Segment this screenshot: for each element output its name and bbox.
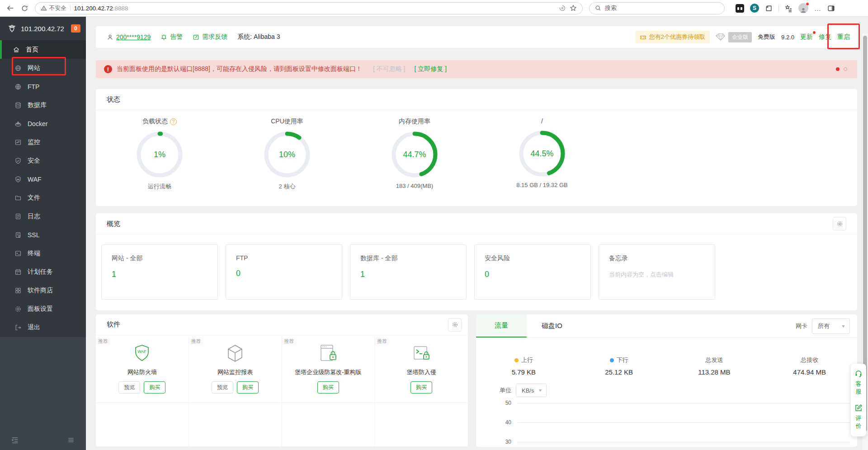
coupon-banner[interactable]: 您有2个优惠券待领取 — [635, 31, 710, 43]
alarm-link[interactable]: 告警 — [160, 33, 183, 41]
nic-select[interactable]: 所有 ▼ — [812, 319, 850, 334]
software-item-waf[interactable]: 推荐 WAF 网站防火墙 预览 购买 — [96, 335, 189, 403]
sidebar-item-files[interactable]: 文件 — [0, 188, 86, 207]
user-account-link[interactable]: 200****9129 — [107, 33, 151, 41]
extension-teal-icon[interactable]: S — [750, 4, 759, 13]
banner-dot-inactive[interactable] — [844, 67, 847, 71]
buy-button[interactable]: 购买 — [410, 381, 432, 394]
traffic-section: 流量 磁盘IO 网卡 所有 ▼ 上行 5.79 KB — [476, 314, 857, 447]
overview-card-website[interactable]: 网站 - 全部 1 — [101, 244, 218, 300]
sidebar-item-label: 退出 — [28, 323, 40, 332]
split-screen-icon[interactable] — [827, 5, 835, 12]
restart-button[interactable]: 重启 — [837, 33, 850, 41]
home-icon — [13, 46, 20, 53]
favorites-bar-icon[interactable] — [785, 5, 793, 12]
software-empty-cell — [96, 403, 189, 447]
overview-card-database[interactable]: 数据库 - 全部 1 — [350, 244, 467, 300]
feedback-link[interactable]: 需求反馈 — [193, 33, 227, 41]
stat-total-received: 总接收 474.94 MB — [762, 356, 857, 376]
tab-traffic[interactable]: 流量 — [476, 314, 527, 338]
sidebar-item-label: 数据库 — [28, 101, 47, 109]
calendar-icon — [14, 268, 22, 276]
sidebar-item-docker[interactable]: Docker — [0, 114, 86, 133]
y-tick: 40 — [492, 419, 511, 426]
sidebar-item-home[interactable]: 首页 — [0, 40, 86, 59]
customer-service-button[interactable]: 客服 — [854, 370, 863, 396]
sidebar-item-terminal[interactable]: 终端 — [0, 244, 86, 262]
sidebar-item-label: 首页 — [26, 46, 38, 54]
software-item-tamper-proof[interactable]: 推荐 堡塔企业级防篡改-重构版 购买 — [282, 335, 375, 403]
collapse-sidebar-icon[interactable] — [11, 436, 19, 444]
overview-card-ftp[interactable]: FTP 0 — [226, 244, 342, 300]
not-secure-chip[interactable]: 不安全 — [41, 5, 66, 12]
preview-button[interactable]: 预览 — [118, 381, 140, 394]
gauge-subtext: 2 核心 — [223, 183, 351, 191]
sidebar-item-label: 日志 — [28, 212, 40, 220]
monitor-chart-icon — [14, 139, 22, 146]
reload-icon[interactable] — [21, 5, 28, 12]
port-warning-banner: ! 当前面板使用的是默认端口[8888]，可能存在入侵风险，请到面板设置中修改面… — [96, 60, 857, 78]
sidebar-item-label: 计划任务 — [28, 268, 53, 276]
banner-dot-active[interactable] — [836, 67, 840, 71]
sidebar-item-security[interactable]: 安全 — [0, 151, 86, 170]
gauge-subtext: 运行流畅 — [96, 183, 223, 191]
gauge-value: 1% — [135, 130, 184, 179]
browser-menu-icon[interactable]: … — [814, 5, 821, 12]
free-edition-label: 免费版 — [758, 33, 775, 41]
sidebar-item-panel-settings[interactable]: 面板设置 — [0, 300, 86, 318]
overview-card-memo[interactable]: 备忘录 当前内容为空，点击编辑 — [599, 244, 715, 300]
gauge-subtext: 8.15 GB / 19.32 GB — [478, 182, 606, 188]
sidebar-header[interactable]: 101.200.42.72 0 — [0, 17, 86, 40]
sidebar-item-label: Docker — [28, 120, 47, 127]
search-icon — [595, 5, 601, 11]
sidebar-item-logs[interactable]: 日志 — [0, 207, 86, 225]
overview-settings-button[interactable] — [833, 217, 846, 230]
profile-avatar[interactable] — [798, 3, 808, 13]
menu-list-icon[interactable] — [67, 436, 75, 444]
gauge-value: 10% — [262, 130, 312, 179]
update-button[interactable]: 更新 — [800, 33, 813, 41]
favorite-star-icon[interactable] — [570, 5, 577, 12]
cube-icon — [189, 342, 282, 364]
sidebar-item-website[interactable]: 网站 — [0, 59, 86, 77]
sidebar-item-cron[interactable]: 计划任务 — [0, 262, 86, 281]
software-empty-cell — [375, 403, 468, 447]
software-section: 软件 推荐 WAF 网站防火墙 预览 购买 — [96, 314, 468, 447]
gauge-cpu[interactable]: CPU使用率 10% 2 核心 — [223, 117, 351, 191]
swirl-icon[interactable] — [559, 5, 566, 12]
sidebar-item-ftp[interactable]: FTP — [0, 77, 86, 96]
buy-button[interactable]: 购买 — [144, 381, 165, 394]
gauge-memory[interactable]: 内存使用率 44.7% 183 / 409(MB) — [351, 117, 478, 191]
back-icon[interactable] — [6, 4, 14, 12]
software-settings-button[interactable] — [448, 318, 462, 332]
gauge-load[interactable]: 负载状态? 1% 运行流畅 — [96, 117, 223, 191]
sidebar-item-logout[interactable]: 退出 — [0, 318, 86, 337]
sidebar-item-ssl[interactable]: SSL — [0, 225, 86, 244]
overview-card-security-risk[interactable]: 安全风险 0 — [474, 244, 591, 300]
extension-outline-icon[interactable] — [765, 5, 773, 12]
tab-disk-io[interactable]: 磁盘IO — [527, 314, 577, 338]
status-title: 状态 — [96, 89, 857, 110]
review-button[interactable]: 评价 — [854, 404, 863, 430]
help-icon[interactable]: ? — [170, 118, 177, 125]
sidebar-item-appstore[interactable]: 软件商店 — [0, 281, 86, 300]
panel-topbar: 200****9129 告警 需求反馈 系统: Alibaba 3 您有2个优惠… — [96, 26, 857, 48]
sidebar-item-waf[interactable]: WAF — [0, 170, 86, 188]
extension-dark-icon[interactable] — [736, 4, 744, 13]
address-bar[interactable]: 不安全 101.200.42.72:8888 — [35, 2, 583, 14]
unit-select[interactable]: KB/s ▼ — [516, 384, 547, 397]
sidebar-item-database[interactable]: 数据库 — [0, 96, 86, 114]
fix-now-link[interactable]: [ 立即修复 ] — [415, 65, 447, 73]
software-item-intrusion-prevention[interactable]: 推荐 堡塔防入侵 购买 — [375, 335, 468, 403]
repair-button[interactable]: 修复 — [819, 33, 831, 41]
sidebar-item-monitor[interactable]: 监控 — [0, 133, 86, 151]
software-item-monitor-report[interactable]: 推荐 网站监控报表 预览 购买 — [189, 335, 282, 403]
buy-button[interactable]: 购买 — [317, 381, 339, 394]
message-count-badge[interactable]: 0 — [71, 24, 80, 33]
url-text[interactable]: 101.200.42.72:8888 — [74, 5, 128, 12]
headset-icon — [854, 370, 863, 378]
preview-button[interactable]: 预览 — [212, 381, 233, 394]
buy-button[interactable]: 购买 — [237, 381, 259, 394]
gauge-disk-root[interactable]: / 44.5% 8.15 GB / 19.32 GB — [478, 117, 606, 191]
search-input[interactable]: 搜索 — [589, 2, 725, 14]
